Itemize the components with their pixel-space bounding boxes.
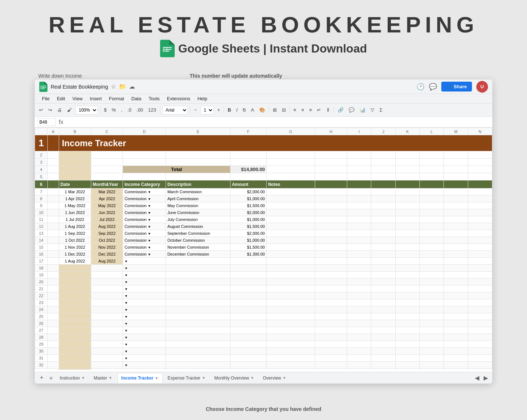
col-amount-header: Amount bbox=[230, 180, 266, 188]
svg-rect-1 bbox=[163, 49, 172, 50]
zoom-select[interactable]: 100% bbox=[75, 106, 98, 114]
menu-extensions[interactable]: Extensions bbox=[164, 95, 193, 102]
menu-edit[interactable]: Edit bbox=[54, 95, 68, 102]
table-row: 11 1 Jul 2022 Jul 2022 Commission ▼ July… bbox=[35, 216, 492, 223]
decimal-inc-btn[interactable]: .00 bbox=[135, 106, 144, 113]
decimal-dec-btn[interactable]: .0 bbox=[126, 106, 133, 113]
tab-instruction-label: Instruction bbox=[60, 376, 80, 381]
share-icon: 👤 bbox=[446, 84, 452, 89]
align-left-btn[interactable]: ≡ bbox=[292, 106, 298, 113]
col-header-c[interactable]: C bbox=[91, 128, 123, 135]
font-size-dec[interactable]: − bbox=[193, 106, 198, 113]
functions-btn[interactable]: Σ bbox=[378, 106, 384, 113]
redo-btn[interactable]: ↪ bbox=[47, 106, 54, 113]
borders-btn[interactable]: ⊞ bbox=[271, 106, 278, 113]
share-button[interactable]: 👤 Share bbox=[441, 82, 472, 92]
toolbar: ↩ ↪ 🖨 🖌 100% $ % , .0 .00 123 Arial − 10… bbox=[35, 104, 492, 117]
comma-btn[interactable]: , bbox=[120, 106, 124, 113]
menu-file[interactable]: File bbox=[39, 95, 53, 102]
menu-help[interactable]: Help bbox=[194, 95, 210, 102]
row-num-4: 4 bbox=[35, 166, 48, 173]
undo-btn[interactable]: ↩ bbox=[38, 106, 44, 113]
tab-overview[interactable]: Overview ▼ bbox=[259, 373, 290, 383]
tab-master[interactable]: Master ▼ bbox=[90, 373, 116, 383]
link-btn[interactable]: 🔗 bbox=[336, 106, 345, 113]
menu-data[interactable]: Data bbox=[128, 95, 144, 102]
col-header-i[interactable]: I bbox=[347, 128, 371, 135]
menu-tools[interactable]: Tools bbox=[146, 95, 162, 102]
history-icon[interactable]: 🕐 bbox=[416, 83, 425, 91]
font-color-btn[interactable]: A bbox=[249, 106, 256, 113]
tab-income-tracker[interactable]: Income Tracker ▼ bbox=[117, 373, 163, 383]
col-header-b[interactable]: B bbox=[59, 128, 91, 135]
font-size-inc[interactable]: + bbox=[216, 106, 222, 113]
scroll-tabs-left[interactable]: ◀ bbox=[473, 374, 481, 382]
font-size-select[interactable]: 10 bbox=[201, 106, 214, 114]
add-sheet-button[interactable]: + bbox=[38, 373, 46, 382]
table-row: 28 ▼ bbox=[35, 334, 492, 341]
scroll-tabs-right[interactable]: ▶ bbox=[482, 374, 489, 382]
tab-expense-tracker[interactable]: Expense Tracker ▼ bbox=[164, 373, 209, 383]
comment-btn[interactable]: 💬 bbox=[347, 106, 356, 113]
col-header-h[interactable]: H bbox=[315, 128, 347, 135]
sheet-title-cell: Income Tracker bbox=[59, 135, 492, 151]
print-btn[interactable]: 🖨 bbox=[56, 106, 63, 113]
cloud-icon[interactable]: ☁ bbox=[129, 83, 135, 90]
col-header-g[interactable]: G bbox=[267, 128, 315, 135]
titlebar-left: Real Estate Bookkeeping ☆ 📁 ☁ bbox=[39, 82, 135, 92]
valign-btn[interactable]: ⇕ bbox=[325, 106, 332, 113]
col-header-e[interactable]: E bbox=[166, 128, 230, 135]
percent-btn[interactable]: % bbox=[110, 106, 117, 113]
table-row: 22 ▼ bbox=[35, 292, 492, 299]
menu-view[interactable]: View bbox=[69, 95, 85, 102]
user-avatar[interactable]: U bbox=[476, 81, 488, 93]
highlight-btn[interactable]: 🎨 bbox=[258, 106, 267, 113]
sheet-list-button[interactable]: ≡ bbox=[47, 374, 55, 382]
sheets-icon bbox=[160, 40, 175, 57]
strikethrough-btn[interactable]: S bbox=[241, 106, 247, 113]
row-num-6: 6 bbox=[35, 180, 48, 188]
table-row: 33 ▼ bbox=[35, 369, 492, 370]
merge-btn[interactable]: ⊟ bbox=[280, 106, 287, 113]
font-select[interactable]: Arial bbox=[162, 106, 188, 114]
italic-btn[interactable]: I bbox=[235, 106, 239, 113]
table-row: 26 ▼ bbox=[35, 320, 492, 327]
col-header-d[interactable]: D bbox=[123, 128, 166, 135]
tab-expense-tracker-arrow: ▼ bbox=[202, 376, 206, 380]
tab-monthly-overview[interactable]: Monthly Overview ▼ bbox=[210, 373, 257, 383]
subtitle-text: Google Sheets | Instant Download bbox=[178, 42, 367, 55]
col-header-k[interactable]: K bbox=[395, 128, 419, 135]
col-header-a[interactable]: A bbox=[47, 128, 59, 135]
share-label: Share bbox=[454, 84, 467, 89]
annotation-income-category: Choose Income Category that you have def… bbox=[206, 406, 321, 412]
tab-master-arrow: ▼ bbox=[109, 376, 112, 380]
row-num-1: 1 bbox=[35, 135, 48, 151]
text-wrap-btn[interactable]: ↵ bbox=[315, 106, 322, 113]
annotation-write-income: Write down Income bbox=[38, 73, 82, 79]
menu-format[interactable]: Format bbox=[106, 95, 127, 102]
chart-btn[interactable]: 📊 bbox=[358, 106, 367, 113]
grid-container[interactable]: A B C D E F G H I J K L M N bbox=[35, 128, 492, 370]
col-header-j[interactable]: J bbox=[371, 128, 395, 135]
currency-btn[interactable]: $ bbox=[102, 106, 108, 113]
paint-btn[interactable]: 🖌 bbox=[66, 106, 73, 113]
svg-rect-2 bbox=[163, 51, 170, 51]
format-as-num[interactable]: 123 bbox=[147, 106, 158, 113]
tab-monthly-overview-arrow: ▼ bbox=[251, 376, 254, 380]
col-desc-header: Description bbox=[166, 180, 230, 188]
align-center-btn[interactable]: ≡ bbox=[300, 106, 306, 113]
cell-reference[interactable] bbox=[38, 118, 56, 126]
align-right-btn[interactable]: ≡ bbox=[308, 106, 314, 113]
tab-instruction[interactable]: Instruction ▼ bbox=[56, 373, 89, 383]
menu-insert[interactable]: Insert bbox=[87, 95, 105, 102]
filter-btn[interactable]: ▽ bbox=[369, 106, 376, 113]
col-header-f[interactable]: F bbox=[230, 128, 266, 135]
folder-icon[interactable]: 📁 bbox=[119, 83, 126, 90]
col-header-n[interactable]: N bbox=[468, 128, 492, 135]
table-row: 32 ▼ bbox=[35, 362, 492, 369]
bold-btn[interactable]: B bbox=[226, 106, 232, 113]
comments-icon[interactable]: 💬 bbox=[429, 83, 437, 91]
star-icon[interactable]: ☆ bbox=[111, 83, 116, 90]
col-header-l[interactable]: L bbox=[420, 128, 444, 135]
col-header-m[interactable]: M bbox=[444, 128, 468, 135]
